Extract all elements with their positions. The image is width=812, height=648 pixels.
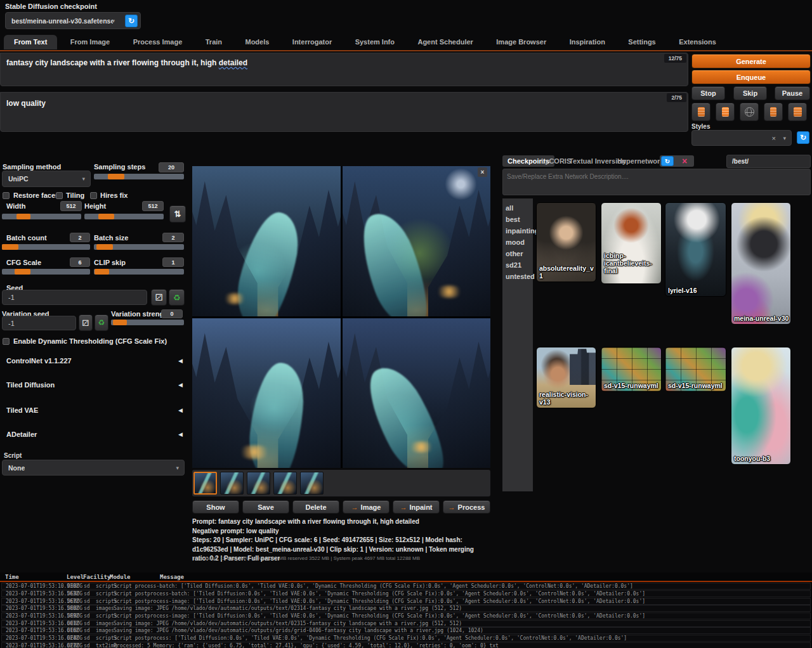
checkpoint-refresh-button[interactable]: ↻: [125, 15, 138, 27]
swap-dimensions-button[interactable]: ⇅: [169, 205, 186, 223]
batch-size-value[interactable]: 2: [162, 233, 184, 242]
random-seed-button[interactable]: ⚂: [151, 289, 167, 306]
slider-handle[interactable]: [108, 174, 124, 179]
script-select[interactable]: None ▾: [2, 460, 185, 476]
slider-handle[interactable]: [113, 320, 127, 325]
generated-image-3[interactable]: [192, 318, 341, 469]
height-slider[interactable]: [84, 214, 164, 219]
accordion-controlnet[interactable]: ControlNet v1.1.227 ◀: [0, 355, 186, 368]
negative-prompt-input[interactable]: 2/75 low quality: [0, 92, 688, 132]
model-card-realistic-vision[interactable]: realistic-vision-v13: [536, 347, 596, 408]
height-value[interactable]: 512: [142, 201, 164, 211]
variation-strength-value[interactable]: 0: [161, 309, 183, 318]
tab-system-info[interactable]: System Info: [345, 35, 405, 49]
generated-image-1[interactable]: [192, 166, 341, 316]
sampling-steps-slider[interactable]: [94, 174, 184, 179]
clear-prompt-button[interactable]: [716, 103, 735, 121]
gallery-thumbnail-2[interactable]: [220, 472, 244, 495]
send-to-process-button[interactable]: →Process: [443, 500, 490, 514]
generated-image-2[interactable]: [343, 166, 491, 316]
model-card-icbinp[interactable]: icbinp-icantbelieveits-final: [601, 202, 662, 284]
pause-button[interactable]: Pause: [775, 86, 810, 100]
styles-refresh-button[interactable]: ↻: [797, 131, 809, 144]
cfg-scale-value[interactable]: 6: [70, 257, 90, 267]
random-variation-seed-button[interactable]: ⚂: [79, 314, 93, 331]
networks-search-input[interactable]: [726, 155, 811, 168]
tab-agent-scheduler[interactable]: Agent Scheduler: [407, 35, 483, 49]
gallery-thumbnail-4[interactable]: [273, 472, 297, 495]
close-image-button[interactable]: ×: [478, 167, 487, 177]
batch-count-slider[interactable]: [2, 244, 90, 250]
networks-tab-lycoris[interactable]: LyCORIS: [541, 157, 571, 165]
delete-button[interactable]: Delete: [292, 500, 339, 514]
seed-input[interactable]: -1: [2, 290, 147, 305]
clear-selection-icon[interactable]: ×: [772, 134, 776, 142]
paste-params-button[interactable]: [691, 103, 710, 121]
tab-process-image[interactable]: Process Image: [123, 35, 193, 49]
generated-image-4[interactable]: [343, 318, 491, 469]
network-description-input[interactable]: [502, 169, 811, 195]
variation-seed-input[interactable]: -1: [2, 316, 76, 330]
slider-handle[interactable]: [16, 214, 30, 219]
accordion-tiled-diffusion[interactable]: Tiled Diffusion ◀: [0, 379, 186, 392]
folder-mood[interactable]: mood: [506, 237, 533, 248]
folder-best[interactable]: best: [506, 214, 533, 225]
prompt-input[interactable]: 12/75 fantasy city landscape with a rive…: [0, 53, 688, 86]
batch-count-value[interactable]: 2: [70, 233, 90, 242]
folder-untested[interactable]: untested: [506, 271, 533, 282]
model-card-meina-unreal[interactable]: meina-unreal-v30: [731, 202, 791, 325]
send-to-inpaint-button[interactable]: →Inpaint: [393, 500, 440, 514]
sampling-steps-value[interactable]: 20: [159, 162, 184, 172]
reuse-variation-seed-button[interactable]: ♻: [95, 314, 108, 331]
tab-from-text[interactable]: From Text: [4, 35, 57, 49]
tab-train[interactable]: Train: [195, 35, 232, 49]
generate-button[interactable]: Generate: [691, 54, 811, 68]
slider-handle[interactable]: [2, 244, 18, 250]
gallery-thumbnail-3[interactable]: [247, 472, 270, 495]
tab-extensions[interactable]: Extensions: [669, 35, 726, 49]
enqueue-button[interactable]: Enqueue: [691, 70, 811, 84]
cfg-scale-slider[interactable]: [2, 269, 90, 275]
networks-close-button[interactable]: ×: [676, 155, 693, 167]
gallery-thumbnail-1[interactable]: [193, 472, 217, 495]
gallery-thumbnail-5[interactable]: [300, 472, 324, 495]
slider-handle[interactable]: [96, 244, 113, 250]
model-card-absolutereality[interactable]: absolutereality_v1: [536, 202, 596, 282]
sampling-method-select[interactable]: UniPC ▾: [2, 171, 91, 187]
slider-handle[interactable]: [98, 214, 114, 219]
tab-image-browser[interactable]: Image Browser: [486, 35, 556, 49]
checkpoint-select[interactable]: best/meina-unreal-v30.safetensors [d1c96…: [5, 12, 141, 29]
slider-handle[interactable]: [95, 269, 109, 275]
hires-fix-checkbox[interactable]: [90, 192, 97, 199]
model-card-lyriel[interactable]: lyriel-v16: [665, 202, 726, 297]
tab-interrogator[interactable]: Interrogator: [282, 35, 342, 49]
save-style-button[interactable]: [764, 103, 783, 121]
folder-other[interactable]: other: [506, 248, 533, 259]
tab-settings[interactable]: Settings: [618, 35, 665, 49]
accordion-tiled-vae[interactable]: Tiled VAE ◀: [0, 405, 186, 417]
model-card-sd15-2[interactable]: sd-v15-runwayml: [665, 347, 726, 392]
folder-inpainting[interactable]: inpainting: [506, 225, 533, 237]
batch-size-slider[interactable]: [94, 244, 184, 250]
folder-sd21[interactable]: sd21: [506, 259, 533, 271]
save-button[interactable]: Save: [242, 500, 289, 514]
extra-networks-button[interactable]: [740, 103, 759, 121]
clip-skip-value[interactable]: 1: [162, 257, 184, 267]
tiling-checkbox[interactable]: [56, 192, 63, 199]
tab-models[interactable]: Models: [235, 35, 279, 49]
tab-inspiration[interactable]: Inspiration: [560, 35, 615, 49]
reuse-seed-button[interactable]: ♻: [169, 289, 185, 306]
variation-strength-slider[interactable]: [111, 320, 184, 325]
accordion-adetailer[interactable]: ADetailer ◀: [0, 429, 186, 441]
width-slider[interactable]: [2, 214, 81, 219]
model-card-sd15-1[interactable]: sd-v15-runwayml: [601, 347, 662, 392]
tab-from-image[interactable]: From Image: [60, 35, 120, 49]
dynamic-thresholding-checkbox[interactable]: [3, 338, 10, 345]
send-to-image-button[interactable]: →Image: [343, 500, 390, 514]
slider-handle[interactable]: [15, 269, 30, 275]
show-button[interactable]: Show: [192, 500, 239, 514]
stop-button[interactable]: Stop: [691, 86, 725, 100]
skip-button[interactable]: Skip: [733, 86, 767, 100]
clip-skip-slider[interactable]: [94, 269, 184, 275]
networks-refresh-button[interactable]: ↻: [661, 156, 674, 166]
